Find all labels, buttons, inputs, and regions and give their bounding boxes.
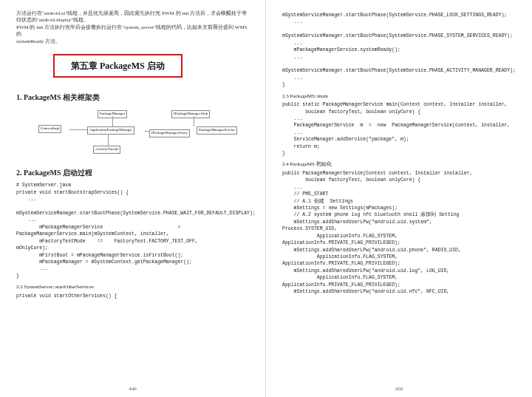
class-diagram: ContextImpl PackageManager IPackageManag… [38, 107, 231, 160]
page-right: mSystemServiceManager.startBootPhase(Sys… [266, 0, 532, 397]
diagram-line [145, 131, 149, 132]
diagram-box: PackageManagerService [197, 126, 237, 135]
diagram-box: ApplicationPackageManager [87, 126, 134, 135]
diagram-line [112, 116, 113, 126]
code-block-startother: private void startOtherServices() { [16, 293, 249, 299]
page-number-left: 449 [0, 386, 265, 393]
diagram-box: ActivityThread [93, 146, 120, 154]
diagram-line [194, 116, 194, 126]
section-2-heading: 2. PackageMS 启动过程 [16, 168, 249, 178]
code-block-main: public static PackageManagerService main… [282, 101, 516, 157]
subsection-2-4: 2.4 PackageMS 初始化 [282, 161, 516, 168]
subsection-2-2: 2.2 SystemServer::startOtherServices [16, 284, 249, 291]
code-block-bootphase: mSystemServiceManager.startBootPhase(Sys… [282, 12, 516, 89]
page-spread: 方法运行在"android.ui"线程，并且优先级更高，因此需先执行完 PWM … [0, 0, 532, 397]
diagram-box: ContextImpl [38, 125, 61, 133]
chapter-title-box: 第五章 PackageMS 启动 [53, 54, 183, 78]
code-block-init: public PackageManagerService(Context con… [282, 170, 516, 296]
subsection-2-3: 2.3 PackageMS::main [282, 93, 516, 100]
code-block-startboot: # SystemServer.java private void startBo… [16, 182, 249, 279]
intro-line: systemReady 方法。 [16, 38, 249, 45]
intro-line: PWM 的 init 方法执行完毕后会接着执行运行在"system_server… [16, 24, 249, 38]
section-1-heading: 1. PackageMS 相关框架类 [16, 92, 249, 103]
intro-block: 方法运行在"android.ui"线程，并且优先级更高，因此需先执行完 PWM … [16, 10, 249, 45]
chapter-title: 第五章 PackageMS 启动 [71, 61, 165, 71]
diagram-box: IPackageManager.Proxy [149, 129, 190, 138]
diagram-line [69, 129, 87, 130]
diagram-box: IPackageManager.Stub [171, 110, 210, 118]
page-left: 方法运行在"android.ui"线程，并且优先级更高，因此需先执行完 PWM … [0, 0, 266, 397]
diagram-line [108, 134, 109, 146]
intro-line: 方法运行在"android.ui"线程，并且优先级更高，因此需先执行完 PWM … [16, 10, 249, 24]
page-number-right: 450 [266, 386, 532, 393]
